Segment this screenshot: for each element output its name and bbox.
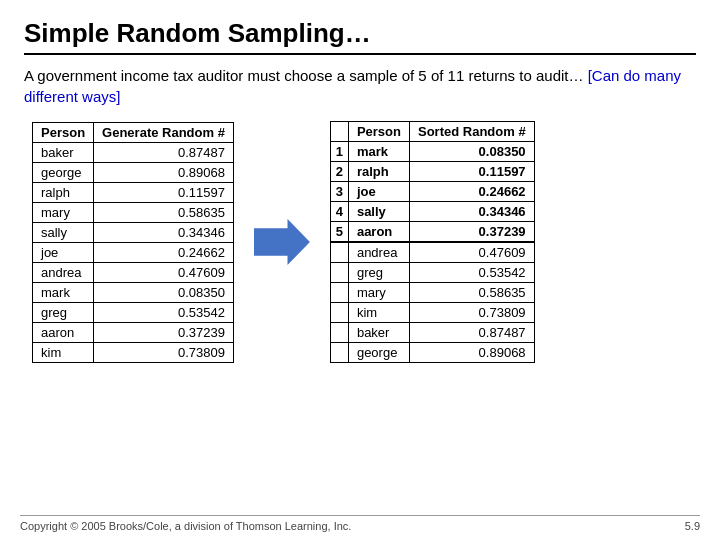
value-cell: 0.37239 bbox=[94, 322, 234, 342]
table-row: kim 0.73809 bbox=[33, 342, 234, 362]
value-cell: 0.87487 bbox=[409, 323, 534, 343]
value-cell: 0.47609 bbox=[94, 262, 234, 282]
person-cell: george bbox=[33, 162, 94, 182]
subtitle: A government income tax auditor must cho… bbox=[24, 65, 696, 107]
person-cell: mary bbox=[348, 283, 409, 303]
tables-area: Person Generate Random # baker 0.87487 g… bbox=[32, 121, 696, 363]
left-table: Person Generate Random # baker 0.87487 g… bbox=[32, 122, 234, 363]
value-cell: 0.89068 bbox=[409, 343, 534, 363]
table-row: aaron 0.37239 bbox=[33, 322, 234, 342]
value-cell: 0.11597 bbox=[409, 162, 534, 182]
value-cell: 0.89068 bbox=[94, 162, 234, 182]
person-cell: mark bbox=[348, 142, 409, 162]
row-number-cell: 2 bbox=[330, 162, 348, 182]
person-cell: aaron bbox=[348, 222, 409, 243]
footer-page-number: 5.9 bbox=[685, 520, 700, 532]
person-cell: sally bbox=[33, 222, 94, 242]
person-cell: sally bbox=[348, 202, 409, 222]
footer-copyright: Copyright © 2005 Brooks/Cole, a division… bbox=[20, 520, 351, 532]
value-cell: 0.53542 bbox=[409, 263, 534, 283]
table-row: 2 ralph 0.11597 bbox=[330, 162, 534, 182]
subtitle-plain: A government income tax auditor must cho… bbox=[24, 67, 583, 84]
right-col1-header: Person bbox=[348, 122, 409, 142]
table-row: ralph 0.11597 bbox=[33, 182, 234, 202]
person-cell: ralph bbox=[33, 182, 94, 202]
row-number-cell bbox=[330, 343, 348, 363]
row-number-cell: 4 bbox=[330, 202, 348, 222]
table-row: mark 0.08350 bbox=[33, 282, 234, 302]
table-row: 3 joe 0.24662 bbox=[330, 182, 534, 202]
person-cell: joe bbox=[33, 242, 94, 262]
table-row: greg 0.53542 bbox=[33, 302, 234, 322]
table-row: baker 0.87487 bbox=[330, 323, 534, 343]
arrow-area bbox=[252, 219, 312, 265]
value-cell: 0.87487 bbox=[94, 142, 234, 162]
person-cell: andrea bbox=[348, 242, 409, 263]
person-cell: kim bbox=[348, 303, 409, 323]
right-arrow-icon bbox=[254, 219, 310, 265]
table-row: 1 mark 0.08350 bbox=[330, 142, 534, 162]
footer: Copyright © 2005 Brooks/Cole, a division… bbox=[20, 515, 700, 532]
page-title: Simple Random Sampling… bbox=[24, 18, 696, 55]
person-cell: greg bbox=[348, 263, 409, 283]
value-cell: 0.58635 bbox=[409, 283, 534, 303]
person-cell: baker bbox=[348, 323, 409, 343]
value-cell: 0.08350 bbox=[94, 282, 234, 302]
value-cell: 0.37239 bbox=[409, 222, 534, 243]
row-number-cell: 5 bbox=[330, 222, 348, 243]
row-number-cell bbox=[330, 263, 348, 283]
table-row: george 0.89068 bbox=[330, 343, 534, 363]
value-cell: 0.53542 bbox=[94, 302, 234, 322]
right-col2-header: Sorted Random # bbox=[409, 122, 534, 142]
row-number-cell bbox=[330, 242, 348, 263]
person-cell: george bbox=[348, 343, 409, 363]
person-cell: joe bbox=[348, 182, 409, 202]
left-col1-header: Person bbox=[33, 122, 94, 142]
table-row: mary 0.58635 bbox=[33, 202, 234, 222]
value-cell: 0.08350 bbox=[409, 142, 534, 162]
person-cell: mark bbox=[33, 282, 94, 302]
person-cell: baker bbox=[33, 142, 94, 162]
table-row: andrea 0.47609 bbox=[33, 262, 234, 282]
table-row: greg 0.53542 bbox=[330, 263, 534, 283]
table-row: joe 0.24662 bbox=[33, 242, 234, 262]
table-row: kim 0.73809 bbox=[330, 303, 534, 323]
table-row: 4 sally 0.34346 bbox=[330, 202, 534, 222]
person-cell: kim bbox=[33, 342, 94, 362]
person-cell: aaron bbox=[33, 322, 94, 342]
person-cell: greg bbox=[33, 302, 94, 322]
row-number-cell: 1 bbox=[330, 142, 348, 162]
value-cell: 0.34346 bbox=[409, 202, 534, 222]
table-row: andrea 0.47609 bbox=[330, 242, 534, 263]
value-cell: 0.58635 bbox=[94, 202, 234, 222]
row-number-cell bbox=[330, 283, 348, 303]
table-row: baker 0.87487 bbox=[33, 142, 234, 162]
table-row: mary 0.58635 bbox=[330, 283, 534, 303]
row-number-cell: 3 bbox=[330, 182, 348, 202]
row-number-cell bbox=[330, 303, 348, 323]
table-row: george 0.89068 bbox=[33, 162, 234, 182]
value-cell: 0.24662 bbox=[409, 182, 534, 202]
right-table: Person Sorted Random # 1 mark 0.08350 2 … bbox=[330, 121, 535, 363]
right-num-header bbox=[330, 122, 348, 142]
page: Simple Random Sampling… A government inc… bbox=[0, 0, 720, 373]
person-cell: mary bbox=[33, 202, 94, 222]
value-cell: 0.47609 bbox=[409, 242, 534, 263]
value-cell: 0.73809 bbox=[409, 303, 534, 323]
value-cell: 0.73809 bbox=[94, 342, 234, 362]
person-cell: andrea bbox=[33, 262, 94, 282]
value-cell: 0.24662 bbox=[94, 242, 234, 262]
value-cell: 0.34346 bbox=[94, 222, 234, 242]
value-cell: 0.11597 bbox=[94, 182, 234, 202]
row-number-cell bbox=[330, 323, 348, 343]
table-row: 5 aaron 0.37239 bbox=[330, 222, 534, 243]
table-row: sally 0.34346 bbox=[33, 222, 234, 242]
left-col2-header: Generate Random # bbox=[94, 122, 234, 142]
person-cell: ralph bbox=[348, 162, 409, 182]
